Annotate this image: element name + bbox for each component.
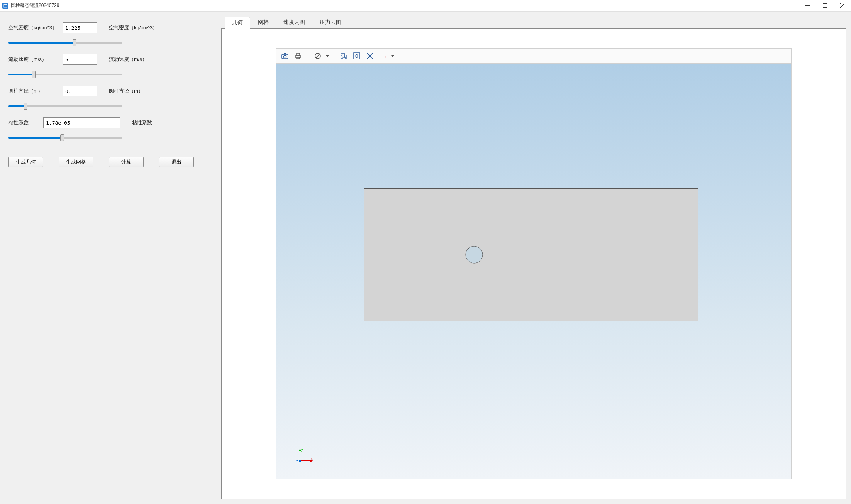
viewport-3d[interactable]: y x z (276, 64, 792, 479)
svg-point-7 (284, 55, 286, 58)
window-title: 圆柱稳态绕流20240729 (11, 2, 59, 9)
velocity-slider[interactable] (8, 70, 122, 78)
toolbar-separator (308, 51, 308, 61)
action-button-row: 生成几何 生成网格 计算 退出 (8, 157, 213, 167)
camera-icon[interactable] (279, 50, 291, 62)
tab-geometry[interactable]: 几何 (225, 17, 250, 29)
viewport-wrap: x y (222, 29, 846, 499)
viscosity-input[interactable] (43, 117, 120, 128)
axes-icon[interactable]: x (377, 50, 389, 62)
app-window: 圆柱稳态绕流20240729 空气密度（kg/cm^3） 空气密度（kg/cm^ (0, 0, 851, 504)
parameter-panel: 空气密度（kg/cm^3） 空气密度（kg/cm^3） 流动速度（m/s） 流动… (5, 16, 217, 499)
app-icon (2, 3, 8, 9)
maximize-button[interactable] (816, 0, 834, 12)
density-slider[interactable] (8, 39, 122, 46)
geometry-domain-rect (364, 188, 698, 321)
density-label-left: 空气密度（kg/cm^3） (8, 24, 59, 31)
axis-gizmo: y x z (295, 446, 315, 465)
svg-rect-17 (354, 53, 360, 59)
svg-line-13 (316, 54, 320, 58)
svg-point-20 (369, 55, 371, 57)
dropdown-arrow-icon[interactable] (390, 55, 395, 57)
svg-rect-1 (4, 5, 7, 7)
viscosity-label-right: 粘性系数 (132, 119, 152, 126)
density-input[interactable] (63, 22, 97, 33)
minimize-button[interactable] (799, 0, 816, 12)
viscosity-slider[interactable] (8, 134, 122, 141)
diameter-label-left: 圆柱直径（m） (8, 88, 59, 95)
diameter-label-right: 圆柱直径（m） (109, 88, 143, 95)
param-density: 空气密度（kg/cm^3） 空气密度（kg/cm^3） (8, 22, 213, 46)
axis-z-label: z (296, 459, 298, 463)
compute-button[interactable]: 计算 (109, 157, 144, 167)
fit-view-icon[interactable] (351, 50, 363, 62)
close-button[interactable] (834, 0, 851, 12)
toolbar-separator (334, 51, 334, 61)
window-controls (799, 0, 851, 12)
param-viscosity: 粘性系数 粘性系数 (8, 117, 213, 141)
viewport-toolbar: x (276, 48, 792, 64)
axis-y-label: y (301, 448, 303, 452)
zoom-box-icon[interactable] (338, 50, 349, 62)
svg-point-15 (342, 54, 345, 57)
svg-rect-3 (823, 4, 827, 8)
param-diameter: 圆柱直径（m） 圆柱直径（m） (8, 86, 213, 110)
tabs: 几何 网格 速度云图 压力云图 (221, 16, 846, 28)
reset-view-icon[interactable] (364, 50, 376, 62)
tab-content: x y (221, 28, 846, 499)
content-area: 空气密度（kg/cm^3） 空气密度（kg/cm^3） 流动速度（m/s） 流动… (0, 12, 851, 504)
dropdown-arrow-icon[interactable] (325, 55, 330, 57)
axis-x-label: x (311, 457, 313, 460)
density-label-right: 空气密度（kg/cm^3） (109, 24, 158, 31)
titlebar: 圆柱稳态绕流20240729 (0, 0, 851, 12)
svg-text:x: x (385, 56, 386, 58)
geometry-cylinder-circle (466, 246, 483, 263)
view-panel: 几何 网格 速度云图 压力云图 (221, 16, 846, 499)
svg-line-16 (344, 57, 346, 58)
param-velocity: 流动速度（m/s） 流动速度（m/s） (8, 54, 213, 78)
diameter-slider[interactable] (8, 102, 122, 110)
tab-pressure-contour[interactable]: 压力云图 (313, 17, 348, 29)
svg-rect-8 (284, 53, 286, 54)
tab-mesh[interactable]: 网格 (251, 17, 276, 29)
diameter-input[interactable] (63, 86, 97, 96)
exit-button[interactable]: 退出 (159, 157, 194, 167)
svg-rect-10 (297, 53, 300, 55)
print-icon[interactable] (292, 50, 304, 62)
svg-rect-11 (297, 57, 300, 59)
generate-mesh-button[interactable]: 生成网格 (59, 157, 93, 167)
no-entry-icon[interactable] (312, 50, 324, 62)
tab-velocity-contour[interactable]: 速度云图 (276, 17, 312, 29)
velocity-label-left: 流动速度（m/s） (8, 56, 59, 63)
generate-geometry-button[interactable]: 生成几何 (8, 157, 43, 167)
titlebar-left: 圆柱稳态绕流20240729 (2, 2, 59, 9)
viscosity-label-left: 粘性系数 (8, 119, 39, 126)
velocity-input[interactable] (63, 54, 97, 65)
velocity-label-right: 流动速度（m/s） (109, 56, 147, 63)
svg-point-28 (299, 460, 301, 462)
